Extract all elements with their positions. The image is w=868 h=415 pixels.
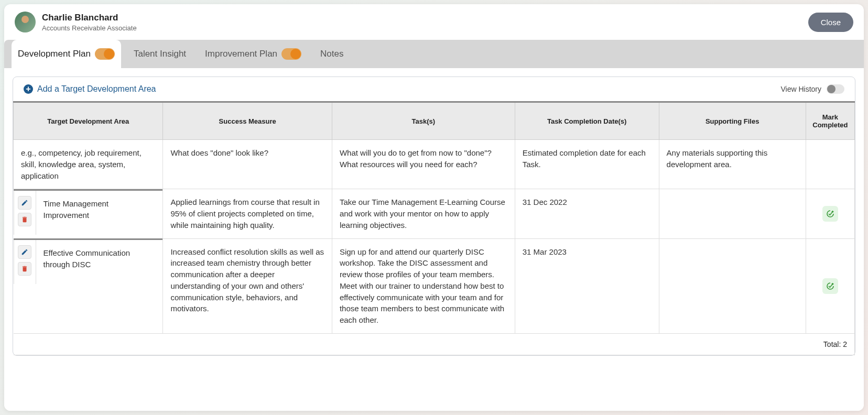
cell-dates: 31 Dec 2022	[515, 189, 659, 238]
edit-button[interactable]	[18, 245, 31, 259]
table-footer: Total: 2	[14, 333, 855, 355]
mark-completed-button[interactable]	[822, 206, 838, 222]
tab-development-plan[interactable]: Development Plan	[12, 40, 121, 68]
trash-icon	[21, 265, 28, 272]
user-name: Charlie Blanchard	[42, 13, 137, 23]
add-development-area-link[interactable]: + Add a Target Development Area	[24, 84, 156, 94]
avatar	[15, 12, 36, 32]
check-plus-icon	[826, 209, 835, 219]
hint-files: Any materials supporting this developmen…	[659, 140, 806, 189]
cell-tasks: Take our Time Management E-Learning Cour…	[332, 189, 515, 238]
toggle-view-history[interactable]	[827, 84, 844, 94]
hint-area: e.g., competency, job requirement, skill…	[14, 140, 163, 189]
pencil-icon	[21, 199, 28, 206]
content-area: + Add a Target Development Area View His…	[4, 68, 864, 411]
hint-mark	[806, 140, 854, 189]
cell-area: Time Management Improvement	[36, 190, 162, 235]
cell-files	[659, 238, 806, 333]
hint-dates: Estimated completion date for each Task.	[515, 140, 659, 189]
table-row: Time Management Improvement Applied lear…	[14, 189, 855, 238]
development-plan-modal: Charlie Blanchard Accounts Receivable As…	[4, 4, 864, 411]
user-role: Accounts Receivable Associate	[42, 24, 137, 32]
tab-label: Notes	[320, 49, 343, 59]
tabs: Development Plan Talent Insight Improvem…	[4, 40, 864, 68]
tab-label: Improvement Plan	[205, 49, 277, 59]
delete-button[interactable]	[18, 213, 31, 226]
user-info: Charlie Blanchard Accounts Receivable As…	[15, 12, 137, 32]
tab-label: Development Plan	[18, 49, 91, 59]
trash-icon	[21, 216, 28, 223]
toggle-improvement-plan[interactable]	[281, 48, 301, 60]
cell-tasks: Sign up for and attend our quarterly DIS…	[332, 238, 515, 333]
header-success: Success Measure	[163, 102, 332, 140]
plus-icon: +	[24, 84, 33, 94]
cell-success: Applied learnings from course that resul…	[163, 189, 332, 238]
header-area: Target Development Area	[14, 102, 163, 140]
cell-area: Effective Communication through DISC	[36, 239, 162, 285]
pencil-icon	[21, 248, 28, 256]
close-button[interactable]: Close	[808, 13, 853, 32]
table-row: Effective Communication through DISC Inc…	[14, 238, 855, 333]
check-plus-icon	[826, 281, 835, 291]
header-mark: Mark Completed	[806, 102, 854, 140]
tab-notes[interactable]: Notes	[314, 40, 350, 68]
history-label: View History	[780, 85, 821, 93]
header-files: Supporting Files	[659, 102, 806, 140]
toggle-development-plan[interactable]	[95, 48, 115, 60]
development-panel: + Add a Target Development Area View His…	[13, 77, 855, 356]
tab-talent-insight[interactable]: Talent Insight	[127, 40, 192, 68]
hint-tasks: What will you do to get from now to "don…	[332, 140, 515, 189]
panel-header: + Add a Target Development Area View His…	[13, 77, 855, 101]
hint-success: What does "done" look like?	[163, 140, 332, 189]
add-link-label: Add a Target Development Area	[37, 84, 156, 94]
hint-row: e.g., competency, job requirement, skill…	[14, 140, 855, 189]
edit-button[interactable]	[18, 196, 31, 210]
mark-completed-button[interactable]	[822, 278, 838, 294]
cell-files	[659, 189, 806, 238]
delete-button[interactable]	[18, 262, 31, 276]
cell-success: Increased conflict resolution skills as …	[163, 238, 332, 333]
development-table: Target Development Area Success Measure …	[13, 101, 855, 355]
cell-dates: 31 Mar 2023	[515, 238, 659, 333]
header-tasks: Task(s)	[332, 102, 515, 140]
total-label: Total: 2	[14, 333, 855, 355]
tab-label: Talent Insight	[134, 49, 186, 59]
tab-improvement-plan[interactable]: Improvement Plan	[199, 40, 308, 68]
modal-header: Charlie Blanchard Accounts Receivable As…	[4, 4, 864, 40]
view-history: View History	[780, 84, 844, 94]
header-dates: Task Completion Date(s)	[515, 102, 659, 140]
